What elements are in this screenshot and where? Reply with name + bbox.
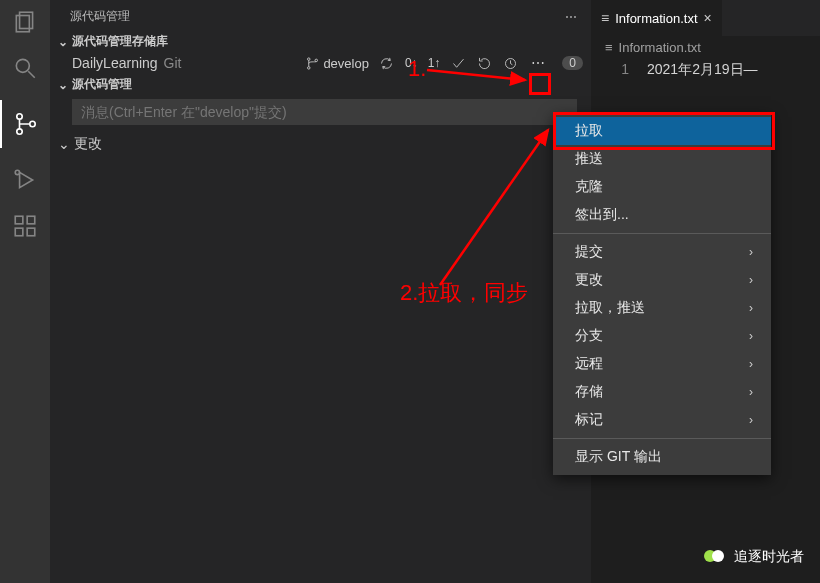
- menu-item[interactable]: 提交›: [553, 238, 771, 266]
- menu-item[interactable]: 远程›: [553, 350, 771, 378]
- menu-item-label: 标记: [575, 411, 603, 429]
- svg-marker-7: [20, 172, 33, 187]
- tab-information[interactable]: ≡ Information.txt ×: [591, 0, 723, 36]
- menu-item[interactable]: 推送: [553, 145, 771, 173]
- files-icon[interactable]: [11, 8, 39, 36]
- sidebar-header: 源代码管理 ⋯: [50, 0, 591, 31]
- sync-down: 0↓: [405, 56, 418, 70]
- chevron-right-icon: ›: [749, 385, 753, 399]
- svg-point-13: [308, 57, 311, 60]
- menu-item-label: 显示 GIT 输出: [575, 448, 662, 466]
- tab-filename: Information.txt: [615, 11, 697, 26]
- menu-item-label: 签出到...: [575, 206, 629, 224]
- sidebar-title: 源代码管理: [70, 8, 130, 25]
- breadcrumb-text: Information.txt: [619, 40, 701, 55]
- menu-item-label: 拉取: [575, 122, 603, 140]
- section-scm[interactable]: ⌄ 源代码管理: [50, 74, 591, 95]
- svg-point-14: [308, 66, 311, 69]
- svg-point-6: [30, 121, 35, 126]
- svg-rect-12: [27, 216, 35, 224]
- section-repos[interactable]: ⌄ 源代码管理存储库: [50, 31, 591, 52]
- commit-message-input[interactable]: [72, 99, 577, 125]
- section-repos-label: 源代码管理存储库: [72, 33, 168, 50]
- chevron-down-icon: ⌄: [58, 35, 68, 49]
- branch-name: develop: [323, 56, 369, 71]
- close-icon[interactable]: ×: [704, 10, 712, 26]
- menu-item[interactable]: 拉取: [553, 117, 771, 145]
- watermark: 追逐时光者: [704, 547, 804, 567]
- menu-item[interactable]: 拉取，推送›: [553, 294, 771, 322]
- branch-indicator[interactable]: develop: [305, 56, 369, 71]
- file-icon: ≡: [601, 10, 609, 26]
- extensions-icon[interactable]: [11, 212, 39, 240]
- svg-rect-9: [15, 216, 23, 224]
- menu-item-label: 克隆: [575, 178, 603, 196]
- svg-point-4: [17, 114, 22, 119]
- changes-badge: 0: [562, 56, 583, 70]
- menu-separator: [553, 438, 771, 439]
- menu-item[interactable]: 存储›: [553, 378, 771, 406]
- chevron-right-icon: ›: [749, 273, 753, 287]
- line-number: 1: [591, 59, 641, 79]
- menu-item[interactable]: 签出到...: [553, 201, 771, 229]
- history-icon[interactable]: [502, 55, 518, 71]
- svg-rect-11: [27, 228, 35, 236]
- chevron-right-icon: ›: [749, 357, 753, 371]
- menu-item-label: 存储: [575, 383, 603, 401]
- watermark-text: 追逐时光者: [734, 548, 804, 566]
- repo-name: DailyLearning: [72, 55, 158, 71]
- repo-row[interactable]: DailyLearning Git develop 0↓ 1↑ ⋯ 0: [50, 52, 591, 74]
- activity-bar: [0, 0, 50, 583]
- sync-up: 1↑: [428, 56, 441, 70]
- chevron-down-icon: ⌄: [58, 136, 70, 152]
- menu-item[interactable]: 显示 GIT 输出: [553, 443, 771, 471]
- source-control-icon[interactable]: [0, 100, 50, 148]
- svg-rect-10: [15, 228, 23, 236]
- svg-line-3: [28, 71, 35, 78]
- chevron-right-icon: ›: [749, 329, 753, 343]
- svg-point-8: [15, 170, 19, 174]
- menu-item-label: 拉取，推送: [575, 299, 645, 317]
- menu-item-label: 远程: [575, 355, 603, 373]
- file-icon: ≡: [605, 40, 613, 55]
- section-scm-label: 源代码管理: [72, 76, 132, 93]
- search-icon[interactable]: [11, 54, 39, 82]
- menu-item-label: 推送: [575, 150, 603, 168]
- menu-item-label: 更改: [575, 271, 603, 289]
- sidebar: 源代码管理 ⋯ ⌄ 源代码管理存储库 DailyLearning Git dev…: [50, 0, 591, 583]
- svg-point-2: [16, 59, 29, 72]
- debug-icon[interactable]: [11, 166, 39, 194]
- chevron-right-icon: ›: [749, 413, 753, 427]
- changes-row[interactable]: ⌄ 更改: [50, 129, 591, 157]
- context-menu: 拉取推送克隆签出到...提交›更改›拉取，推送›分支›远程›存储›标记›显示 G…: [553, 113, 771, 475]
- chevron-right-icon: ›: [749, 301, 753, 315]
- sync-icon[interactable]: [379, 55, 395, 71]
- code-line: 2021年2月19日—: [641, 59, 758, 79]
- check-icon[interactable]: [450, 55, 466, 71]
- chevron-down-icon: ⌄: [58, 78, 68, 92]
- menu-item[interactable]: 克隆: [553, 173, 771, 201]
- editor-body[interactable]: 1 2021年2月19日—: [591, 59, 820, 79]
- branch-icon: [305, 56, 320, 71]
- menu-item-label: 提交: [575, 243, 603, 261]
- sidebar-more-icon[interactable]: ⋯: [565, 10, 579, 24]
- svg-point-15: [315, 59, 318, 62]
- menu-item[interactable]: 标记›: [553, 406, 771, 434]
- wechat-icon: [704, 547, 728, 567]
- menu-separator: [553, 233, 771, 234]
- repo-more-button[interactable]: ⋯: [528, 54, 548, 72]
- menu-item[interactable]: 分支›: [553, 322, 771, 350]
- changes-label: 更改: [74, 135, 102, 153]
- repo-vcs: Git: [164, 55, 182, 71]
- svg-point-5: [17, 129, 22, 134]
- menu-item-label: 分支: [575, 327, 603, 345]
- chevron-right-icon: ›: [749, 245, 753, 259]
- tab-bar: ≡ Information.txt ×: [591, 0, 820, 36]
- repo-actions: develop 0↓ 1↑ ⋯ 0: [305, 54, 583, 72]
- refresh-icon[interactable]: [476, 55, 492, 71]
- menu-item[interactable]: 更改›: [553, 266, 771, 294]
- breadcrumb[interactable]: ≡ Information.txt: [591, 36, 820, 59]
